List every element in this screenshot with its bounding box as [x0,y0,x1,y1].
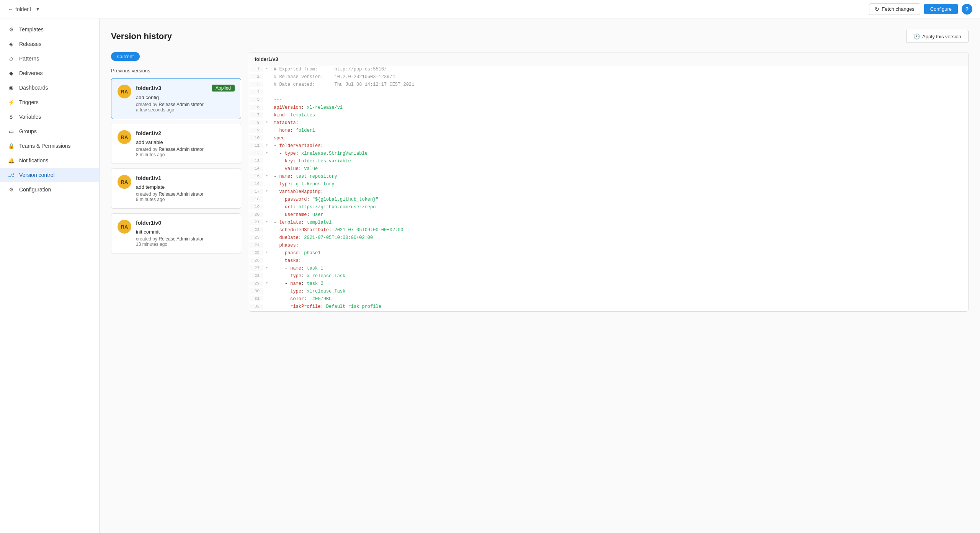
sidebar-item-label-version-control: Version control [19,172,55,178]
sidebar-item-notifications[interactable]: 🔔Notifications [0,153,99,168]
code-line-15: 15▾- name: test repository [249,173,968,181]
triggers-icon: ⚡ [8,99,15,106]
version-meta-v1: created by Release Administrator [136,191,235,197]
code-line-5: 5--- [249,97,968,105]
code-line-25: 25▾ - phase: phase1 [249,250,968,258]
sidebar: ⚙Templates◈Releases◇Patterns◆Deliveries◉… [0,18,100,533]
sidebar-item-teams-permissions[interactable]: 🔒Teams & Permissions [0,139,99,153]
sidebar-item-label-templates: Templates [19,26,44,33]
code-line-3: 3# Date created: Thu Jul 08 14:12:17 CES… [249,82,968,89]
code-line-26: 26 tasks: [249,258,968,265]
version-desc-v0: init commit [136,229,235,235]
version-control-icon: ⎇ [8,172,15,178]
code-line-27: 27▾ - name: task 1 [249,265,968,273]
version-desc-v3: add config [136,95,235,100]
code-line-9: 9 home: folder1 [249,128,968,135]
code-line-29: 29▾ - name: task 2 [249,281,968,288]
code-line-18: 18 password: "${global.github_token}" [249,196,968,204]
sidebar-item-releases[interactable]: ◈Releases [0,37,99,51]
code-line-16: 16 type: git.Repository [249,181,968,189]
code-line-17: 17▾ variableMapping: [249,189,968,196]
code-line-1: 1▾# Exported from: http://pop-os:5516/ [249,66,968,74]
sidebar-item-label-variables: Variables [19,114,41,120]
topbar: ← folder1 ▼ ↻ Fetch changes Configure ? [0,0,980,18]
version-time-v0: 13 minutes ago [136,242,235,247]
sidebar-item-configuration[interactable]: ⚙Configuration [0,182,99,197]
content-header: Version history 🕐 Apply this version [111,30,969,43]
sidebar-item-label-releases: Releases [19,41,41,47]
sidebar-item-label-dashboards: Dashboards [19,85,48,91]
configuration-icon: ⚙ [8,186,15,193]
dashboards-icon: ◉ [8,84,15,91]
code-line-23: 23 dueDate: 2021-07-05T10:00:00+02:00 [249,235,968,242]
code-line-11: 11▾- folderVariables: [249,143,968,150]
content-area: Version history 🕐 Apply this version Cur… [100,18,980,533]
apply-version-button[interactable]: 🕐 Apply this version [906,30,969,43]
code-line-30: 30 type: xlrelease.Task [249,288,968,296]
code-line-14: 14 value: value [249,166,968,173]
version-card-v0[interactable]: RAfolder1/v0init commitcreated by Releas… [111,213,241,253]
avatar-v1: RA [118,175,131,189]
avatar-v0: RA [118,220,131,234]
sidebar-item-label-notifications: Notifications [19,157,48,163]
version-time-v3: a few seconds ago [136,107,235,113]
code-line-12: 12▾ - type: xlrelease.StringVariable [249,150,968,158]
sidebar-item-label-triggers: Triggers [19,99,39,105]
fetch-icon: ↻ [875,6,879,12]
fetch-changes-button[interactable]: ↻ Fetch changes [869,3,920,15]
version-name-v1: folder1/v1 [136,175,161,181]
sidebar-item-label-deliveries: Deliveries [19,70,42,76]
code-line-8: 8▾metadata: [249,120,968,128]
version-meta-v0: created by Release Administrator [136,236,235,242]
patterns-icon: ◇ [8,55,15,62]
version-name-v3: folder1/v3 [136,85,161,91]
version-card-v1[interactable]: RAfolder1/v1add templatecreated by Relea… [111,168,241,209]
sidebar-item-variables[interactable]: $Variables [0,110,99,124]
sidebar-item-groups[interactable]: ▭Groups [0,124,99,139]
folder-dropdown-icon[interactable]: ▼ [36,7,40,12]
code-line-22: 22 scheduledStartDate: 2021-07-05T09:00:… [249,227,968,235]
code-line-21: 21▾- template: template1 [249,219,968,227]
back-button[interactable]: ← folder1 [8,6,32,12]
sidebar-item-label-groups: Groups [19,128,37,134]
folder-name: folder1 [15,6,32,12]
configure-button[interactable]: Configure [924,4,958,14]
sidebar-item-templates[interactable]: ⚙Templates [0,22,99,37]
sidebar-item-version-control[interactable]: ⎇Version control [0,168,99,182]
code-line-6: 6apiVersion: xl-release/v1 [249,105,968,112]
sidebar-item-dashboards[interactable]: ◉Dashboards [0,80,99,95]
code-line-10: 10spec: [249,135,968,143]
deliveries-icon: ◆ [8,70,15,77]
version-cards: RAfolder1/v3Appliedadd configcreated by … [111,78,241,253]
code-panel-title: folder1/v3 [249,52,968,66]
sidebar-item-label-teams-permissions: Teams & Permissions [19,143,71,149]
releases-icon: ◈ [8,41,15,47]
code-panel: folder1/v3 1▾# Exported from: http://pop… [249,52,969,312]
topbar-left: ← folder1 ▼ [8,6,40,12]
version-desc-v2: add variable [136,139,235,145]
help-button[interactable]: ? [962,4,972,15]
main-layout: ⚙Templates◈Releases◇Patterns◆Deliveries◉… [0,18,980,533]
code-line-19: 19 url: https://github.com/user/repo [249,204,968,212]
sidebar-item-label-configuration: Configuration [19,186,51,193]
version-time-v1: 9 minutes ago [136,197,235,202]
version-card-v2[interactable]: RAfolder1/v2add variablecreated by Relea… [111,124,241,164]
version-card-v3[interactable]: RAfolder1/v3Appliedadd configcreated by … [111,78,241,119]
code-line-28: 28 type: xlrelease.Task [249,273,968,281]
code-line-7: 7kind: Templates [249,112,968,120]
teams-permissions-icon: 🔒 [8,142,15,149]
avatar-v3: RA [118,85,131,98]
code-panel-container: folder1/v3 1▾# Exported from: http://pop… [249,52,969,312]
applied-badge-v3: Applied [212,85,235,92]
groups-icon: ▭ [8,128,15,135]
version-meta-v3: created by Release Administrator [136,102,235,107]
sidebar-item-deliveries[interactable]: ◆Deliveries [0,66,99,80]
two-column-layout: Current Previous versions RAfolder1/v3Ap… [111,52,969,312]
version-meta-v2: created by Release Administrator [136,147,235,152]
code-content[interactable]: 1▾# Exported from: http://pop-os:5516/2#… [249,66,968,311]
code-line-13: 13 key: folder.testvariable [249,158,968,166]
sidebar-item-patterns[interactable]: ◇Patterns [0,51,99,66]
sidebar-item-triggers[interactable]: ⚡Triggers [0,95,99,110]
variables-icon: $ [8,113,15,120]
code-line-24: 24 phases: [249,242,968,250]
